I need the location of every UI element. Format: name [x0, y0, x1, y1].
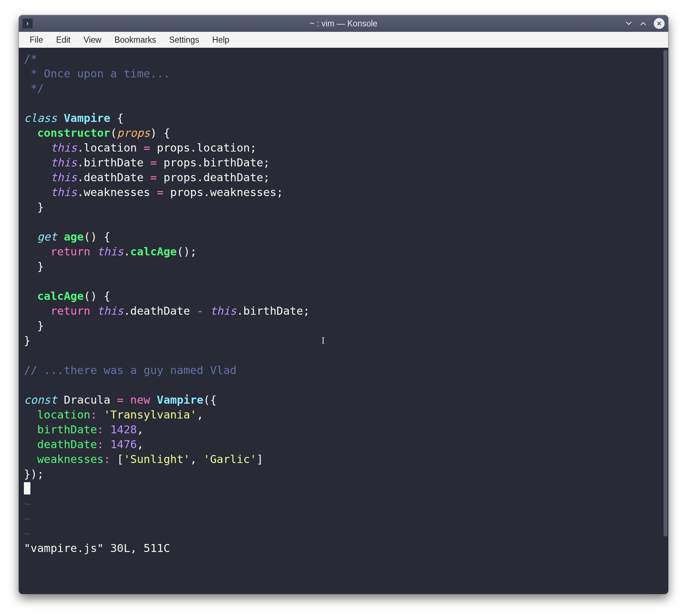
code-arg: props	[117, 127, 150, 139]
close-button[interactable]	[654, 18, 665, 29]
window-controls	[625, 18, 665, 29]
scrollbar-thumb[interactable]	[664, 50, 667, 536]
code-punct: {	[110, 112, 124, 124]
vim-tilde: ~	[24, 512, 30, 525]
menu-settings[interactable]: Settings	[163, 33, 206, 47]
window-title: ~ : vim — Konsole	[19, 19, 668, 29]
vim-status-line: "vampire.js" 30L, 511C	[24, 542, 170, 555]
terminal-area[interactable]: /* * Once upon a time... */ class Vampir…	[19, 48, 668, 594]
chevron-up-icon	[639, 20, 647, 27]
menu-bookmarks[interactable]: Bookmarks	[108, 33, 163, 47]
minimize-button[interactable]	[625, 20, 633, 27]
konsole-window: › ~ : vim — Konsole File Edit View Bookm…	[19, 15, 668, 594]
vim-tilde: ~	[24, 527, 30, 540]
chevron-right-icon: ›	[26, 20, 29, 26]
scrollbar[interactable]	[663, 48, 668, 594]
code-this: this	[50, 141, 77, 154]
menu-view[interactable]: View	[77, 33, 108, 47]
code-comment: */	[24, 82, 44, 95]
code-comment: /*	[24, 52, 37, 65]
titlebar[interactable]: › ~ : vim — Konsole	[19, 15, 668, 32]
code-punct: {	[157, 127, 170, 139]
vim-tilde: ~	[24, 497, 30, 510]
code-classname: Vampire	[64, 112, 110, 124]
close-icon	[656, 21, 662, 26]
code-func: constructor	[37, 127, 110, 139]
maximize-button[interactable]	[639, 20, 647, 27]
chevron-down-icon	[625, 20, 633, 27]
menubar: File Edit View Bookmarks Settings Help	[19, 32, 668, 48]
editor-content[interactable]: /* * Once upon a time... */ class Vampir…	[19, 48, 663, 594]
code-punct: )	[150, 127, 157, 139]
code-line-comment: // ...there was a guy named Vlad	[24, 364, 237, 377]
menu-file[interactable]: File	[23, 33, 50, 47]
app-menu-icon[interactable]: ›	[22, 18, 33, 29]
menu-help[interactable]: Help	[206, 33, 236, 47]
code-punct: (	[110, 127, 117, 139]
code-comment: * Once upon a time...	[24, 67, 170, 80]
ibeam-cursor-icon: I	[321, 333, 325, 348]
code-keyword: class	[24, 112, 57, 124]
menu-edit[interactable]: Edit	[50, 33, 77, 47]
vim-cursor	[24, 482, 30, 494]
